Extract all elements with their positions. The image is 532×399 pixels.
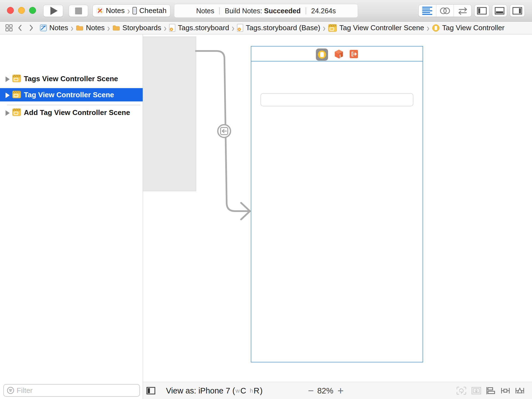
resolve-autolayout-button[interactable] (514, 386, 526, 395)
related-items-icon (5, 24, 13, 32)
update-frames-icon (456, 386, 467, 395)
view-as-button[interactable]: View as: iPhone 7 (wChR) (166, 382, 263, 399)
status-project: Notes (196, 7, 214, 15)
breadcrumb-item-group-storyboards[interactable]: Storyboards (112, 24, 161, 32)
app-scheme-icon (96, 7, 103, 14)
breadcrumb-item-storyboard-file[interactable]: Tags.storyboard (169, 24, 229, 32)
status-build-label: Build Notes: (225, 7, 262, 15)
breadcrumb-item-scene[interactable]: Tag View Controller Scene (328, 24, 424, 32)
breadcrumb: Notes › Notes › Storyboards › Tags.story… (40, 24, 505, 32)
breadcrumb-item-group-notes[interactable]: Notes (76, 24, 105, 32)
outline-filter-bar (0, 382, 143, 399)
segue-arrow (196, 51, 250, 219)
breadcrumb-label: Storyboards (122, 24, 161, 32)
status-build-time: 24.264s (311, 7, 336, 15)
chevron-separator: › (107, 23, 110, 33)
disclosure-triangle-icon[interactable] (6, 76, 10, 82)
breadcrumb-item-view-controller[interactable]: Tag View Controller (432, 24, 505, 32)
toggle-debug-area-button[interactable] (492, 4, 507, 17)
canvas-bottom-bar: View as: iPhone 7 (wChR) − 82% + (143, 382, 532, 399)
status-build-result: Succeeded (264, 7, 301, 15)
breadcrumb-label: Tags.storyboard (178, 24, 229, 32)
outline-row-label: Tags View Controller Scene (24, 75, 118, 83)
first-responder-object[interactable]: 1 (334, 49, 344, 60)
scene-icon (12, 108, 21, 116)
view-controller-icon (317, 50, 327, 59)
scene-dock: 1 (251, 47, 423, 62)
scene-icon (328, 24, 337, 32)
go-back-button[interactable] (14, 22, 25, 34)
add-constraints-icon (500, 387, 510, 395)
breadcrumb-item-project[interactable]: Notes (40, 24, 68, 32)
assistant-editor-button[interactable] (436, 5, 454, 17)
breadcrumb-item-storyboard-base[interactable]: Tags.storyboard (Base) (237, 24, 320, 32)
close-window-button[interactable] (7, 7, 14, 14)
embed-in-stack-icon (471, 386, 482, 395)
breadcrumb-label: Notes (86, 24, 105, 32)
related-items-button[interactable] (3, 22, 14, 34)
standard-editor-icon (422, 6, 433, 16)
view-as-suffix: ) (260, 386, 263, 395)
segue-badge[interactable] (218, 125, 231, 137)
toggle-inspectors-button[interactable] (510, 4, 525, 17)
version-editor-button[interactable] (454, 5, 471, 17)
storyboard-file-icon (237, 24, 243, 32)
chevron-separator: › (232, 23, 234, 33)
chevron-separator: › (427, 23, 429, 33)
trait-width-value: C (241, 386, 246, 395)
trait-height-value: R (254, 386, 259, 395)
assistant-editor-icon (439, 6, 451, 16)
view-controller-view[interactable] (251, 62, 423, 362)
minimize-window-button[interactable] (18, 7, 25, 14)
first-responder-cube-icon: 1 (334, 49, 344, 59)
run-button[interactable] (43, 5, 63, 17)
outline-row-add-tag-view-controller-scene[interactable]: Add Tag View Controller Scene (0, 106, 143, 119)
project-file-icon (40, 24, 47, 31)
storyboard-file-icon (169, 24, 175, 32)
breadcrumb-label: Notes (49, 24, 68, 32)
version-editor-icon (457, 6, 469, 16)
activity-viewer: Notes Build Notes: Succeeded 24.264s (174, 4, 358, 18)
disclosure-triangle-icon[interactable] (6, 93, 10, 98)
exit-object[interactable] (350, 50, 358, 59)
filter-input[interactable] (17, 386, 137, 395)
add-constraints-button[interactable] (499, 386, 511, 395)
status-divider (219, 7, 220, 14)
trait-height-key: h (250, 387, 253, 394)
toggle-navigator-button[interactable] (474, 4, 489, 17)
scheme-selector[interactable]: Notes › Cheetah (93, 4, 170, 17)
update-frames-button[interactable] (455, 386, 467, 395)
view-controller-object[interactable] (316, 48, 328, 61)
back-chevron-icon (18, 24, 22, 32)
outline-row-label: Tag View Controller Scene (24, 91, 114, 99)
zoom-window-button[interactable] (29, 7, 36, 14)
align-button[interactable] (485, 386, 497, 395)
filter-field[interactable] (3, 384, 140, 397)
tag-view-controller-scene[interactable]: 1 (251, 46, 423, 362)
text-field[interactable] (260, 93, 413, 106)
standard-editor-button[interactable] (419, 5, 436, 17)
scene-icon (12, 91, 21, 98)
view-as-prefix: View as: iPhone 7 ( (166, 386, 235, 395)
outline-row-tags-view-controller-scene[interactable]: Tags View Controller Scene (0, 72, 143, 85)
embed-in-stack-button[interactable] (470, 386, 482, 395)
folder-icon (76, 25, 83, 31)
align-icon (486, 387, 496, 395)
toggle-document-outline-button[interactable] (146, 382, 155, 399)
go-forward-button[interactable] (25, 22, 37, 34)
outline-row-tag-view-controller-scene[interactable]: Tag View Controller Scene (0, 88, 143, 101)
scheme-project-label: Notes (106, 6, 125, 15)
clipped-neighbor-scene[interactable] (143, 37, 196, 191)
folder-icon (112, 25, 120, 31)
status-divider (306, 7, 306, 14)
debug-panel-icon (495, 7, 505, 15)
stop-button[interactable] (69, 5, 88, 17)
outline-row-label: Add Tag View Controller Scene (24, 108, 130, 117)
breadcrumb-label: Tag View Controller Scene (339, 24, 424, 32)
chevron-right-icon: › (127, 6, 130, 16)
document-outline: Tags View Controller Scene Tag View Cont… (0, 34, 143, 382)
outline-separator (7, 105, 140, 105)
zoom-in-button[interactable]: + (332, 382, 349, 399)
chevron-separator: › (71, 23, 73, 33)
disclosure-triangle-icon[interactable] (6, 110, 10, 116)
